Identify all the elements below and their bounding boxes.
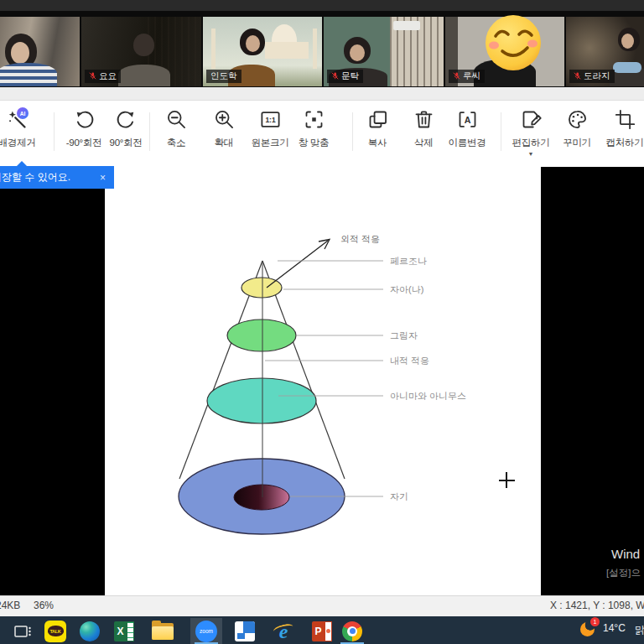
tooltip-text: 저장할 수 있어요. bbox=[0, 170, 70, 184]
file-explorer-button[interactable] bbox=[147, 618, 179, 644]
excel-letter: X bbox=[114, 621, 127, 641]
rotate-ccw-icon bbox=[73, 108, 96, 131]
participant-nametag: 인도학 bbox=[206, 70, 242, 83]
participant-nametag: 도라지 bbox=[569, 70, 615, 83]
chrome-button[interactable] bbox=[336, 618, 368, 644]
task-view-icon bbox=[13, 621, 33, 641]
muted-mic-icon bbox=[453, 71, 460, 80]
capture-button[interactable]: 캡처하기 bbox=[599, 106, 644, 163]
canvas-left-panel bbox=[0, 167, 105, 595]
powerpoint-icon: P bbox=[312, 621, 332, 641]
task-view-button[interactable] bbox=[7, 618, 39, 644]
zoom-in-icon bbox=[213, 108, 236, 131]
zoom-out-button[interactable]: 축소 bbox=[153, 106, 200, 163]
video-tile-1[interactable] bbox=[0, 17, 80, 86]
toolbar-separator bbox=[501, 112, 501, 151]
zoom-level-text: 36% bbox=[34, 600, 54, 611]
muted-mic-icon bbox=[89, 71, 96, 80]
rotate-cw-label: 90°회전 bbox=[110, 137, 143, 149]
notification-badge: 1 bbox=[590, 617, 600, 626]
zoom-app-button[interactable]: zoom bbox=[190, 618, 222, 644]
window-chrome-strip bbox=[0, 87, 644, 101]
toolbar-separator bbox=[54, 112, 55, 151]
tooltip-close-icon[interactable]: × bbox=[100, 172, 106, 184]
rotate-ccw-button[interactable]: -90°회전 bbox=[60, 106, 107, 163]
excel-button[interactable]: X bbox=[108, 618, 140, 644]
participant-nametag: 요요 bbox=[85, 70, 121, 83]
viewer-statusbar: 24KB 36% X : 1421, Y : 1098, W bbox=[0, 595, 644, 616]
fit-window-button[interactable]: 창 맞춤 bbox=[290, 106, 337, 163]
participant-face bbox=[246, 35, 260, 52]
arrow-label: 외적 적응 bbox=[340, 234, 380, 244]
edit-dropdown-caret: ▼ bbox=[528, 151, 534, 157]
edit-button[interactable]: 편집하기 ▼ bbox=[507, 106, 554, 163]
video-tile-3[interactable]: 인도학 bbox=[203, 17, 322, 86]
participant-silhouette bbox=[133, 34, 154, 56]
crosshair-cursor bbox=[506, 472, 507, 488]
canvas-right-panel bbox=[541, 167, 644, 595]
weather-temp: 14°C bbox=[603, 622, 626, 634]
photo-viewer-dot bbox=[237, 633, 245, 639]
edge-icon bbox=[80, 621, 100, 641]
participant-name: 문탁 bbox=[341, 70, 359, 81]
scarf bbox=[613, 62, 641, 73]
zoom-titlebar bbox=[0, 0, 644, 11]
participant-nametag: 문탁 bbox=[327, 70, 363, 83]
participant-name: 요요 bbox=[99, 70, 117, 81]
decorate-label: 꾸미기 bbox=[563, 137, 591, 149]
decorate-button[interactable]: 꾸미기 bbox=[553, 106, 600, 163]
video-tile-4[interactable]: 문탁 bbox=[324, 17, 444, 86]
internet-explorer-icon: e bbox=[273, 621, 294, 642]
diagram-label-persona: 페르조나 bbox=[390, 256, 427, 266]
video-tile-6[interactable]: 도라지 bbox=[566, 17, 644, 86]
copy-button[interactable]: 복사 bbox=[354, 106, 401, 163]
kakaotalk-button[interactable]: TALK bbox=[39, 618, 71, 644]
svg-text:1:1: 1:1 bbox=[265, 116, 275, 124]
svg-text:A: A bbox=[464, 115, 470, 125]
photo-viewer-band bbox=[243, 621, 255, 633]
participant-name: 루씨 bbox=[463, 70, 480, 81]
zoom-video-strip: 요요 인도학 문탁 bbox=[0, 0, 644, 87]
taskbar-weather-widget[interactable]: 1 14°C bbox=[580, 620, 626, 636]
original-size-button[interactable]: 1:1 원본크기 bbox=[245, 106, 295, 163]
bg-remove-button[interactable]: AI 배경제거 bbox=[0, 106, 54, 163]
diagram-label-ego: 자아(나) bbox=[390, 284, 423, 294]
video-tile-2[interactable]: 요요 bbox=[81, 17, 201, 86]
zoom-in-button[interactable]: 확대 bbox=[200, 106, 247, 163]
image-canvas[interactable]: 외적 적응 페르조나 자아(나) 그림자 내적 적응 아니마와 아니무스 자기 bbox=[0, 165, 644, 595]
edge-button[interactable] bbox=[74, 618, 106, 644]
screen: 요요 인도학 문탁 bbox=[0, 0, 644, 644]
rotate-cw-button[interactable]: 90°회전 bbox=[102, 106, 149, 163]
rotate-cw-icon bbox=[115, 108, 138, 131]
photo-viewer-button[interactable] bbox=[229, 618, 261, 644]
edit-label: 편집하기 bbox=[512, 137, 550, 149]
chrome-icon bbox=[342, 621, 362, 641]
windows-taskbar: TALK X zoom bbox=[0, 616, 644, 644]
internet-explorer-button[interactable]: e bbox=[267, 618, 299, 644]
toolbar-separator bbox=[352, 112, 353, 151]
participant-face bbox=[621, 34, 634, 49]
participant-face bbox=[11, 42, 29, 64]
diagram-label-self: 자기 bbox=[390, 491, 408, 501]
rename-button[interactable]: A 이름변경 bbox=[440, 106, 494, 163]
delete-label: 삭제 bbox=[414, 137, 433, 149]
psyche-cone-diagram: 외적 적응 페르조나 자아(나) 그림자 내적 적응 아니마와 아니무스 자기 bbox=[105, 165, 541, 595]
ie-ring bbox=[273, 622, 294, 636]
trash-icon bbox=[413, 108, 435, 131]
crop-icon bbox=[614, 108, 636, 131]
rename-icon: A bbox=[456, 108, 479, 131]
rotate-ccw-label: -90°회전 bbox=[66, 137, 101, 149]
ai-badge: AI bbox=[17, 107, 29, 119]
fit-window-icon bbox=[303, 108, 325, 131]
excel-sheet bbox=[127, 621, 134, 641]
powerpoint-button[interactable]: P bbox=[306, 618, 338, 644]
bg-remove-label: 배경제거 bbox=[0, 137, 35, 149]
one-to-one-icon: 1:1 bbox=[259, 108, 282, 131]
participant-nametag: 루씨 bbox=[449, 70, 485, 83]
photo-viewer-icon bbox=[235, 621, 255, 641]
ellipse-shadow bbox=[227, 319, 296, 351]
muted-mic-icon bbox=[574, 71, 581, 80]
edit-doc-icon bbox=[520, 108, 543, 131]
rename-label: 이름변경 bbox=[449, 137, 486, 149]
weather-icon: 1 bbox=[580, 620, 597, 636]
